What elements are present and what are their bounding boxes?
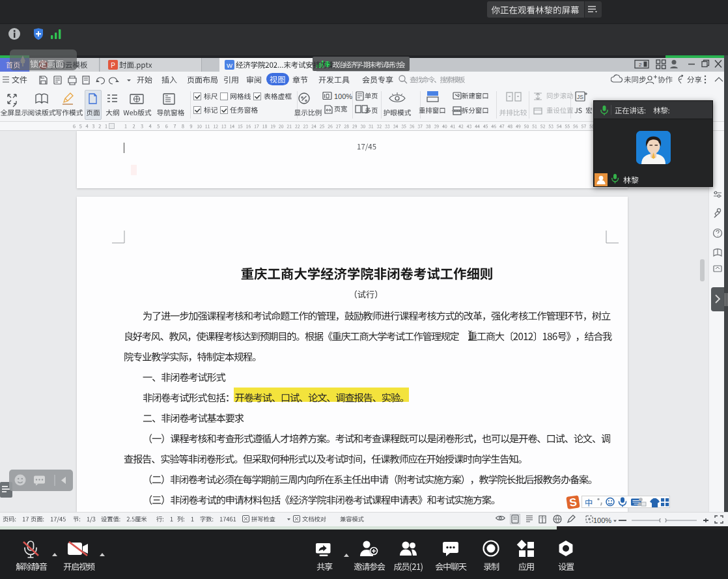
svg-text:JS: JS — [577, 94, 583, 100]
svg-text:W: W — [227, 62, 232, 69]
svg-text:2: 2 — [639, 62, 642, 68]
svg-text:P: P — [111, 62, 115, 69]
svg-text:100%: 100% — [334, 92, 352, 100]
